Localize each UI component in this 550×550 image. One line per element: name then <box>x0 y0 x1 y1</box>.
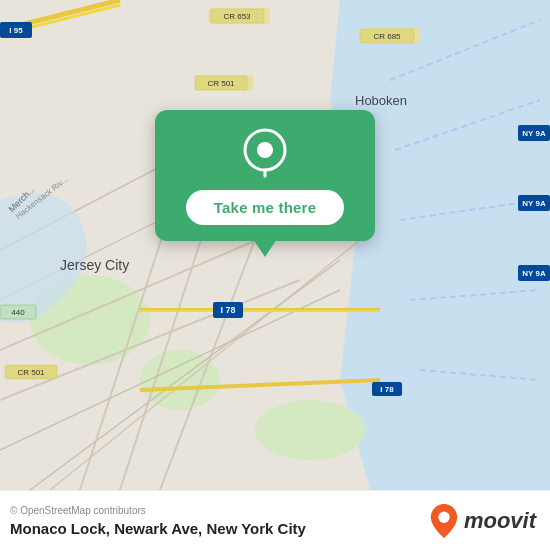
svg-text:I 78: I 78 <box>380 385 394 394</box>
take-me-there-button[interactable]: Take me there <box>186 190 344 225</box>
location-name: Monaco Lock, Newark Ave, New York City <box>10 520 306 537</box>
svg-point-10 <box>140 350 220 410</box>
svg-text:Hoboken: Hoboken <box>355 93 407 108</box>
svg-text:Jersey City: Jersey City <box>60 257 129 273</box>
svg-text:I 95: I 95 <box>9 26 23 35</box>
location-pin-icon <box>239 128 291 180</box>
svg-text:CR 653: CR 653 <box>223 12 251 21</box>
map-container: I 78 I 95 NY 9A NY 9A NY 9A CR 653 CR 68… <box>0 0 550 490</box>
svg-point-58 <box>257 142 273 158</box>
moovit-logo: moovit <box>430 504 536 538</box>
svg-point-11 <box>255 400 365 460</box>
location-popup: Take me there <box>155 110 375 241</box>
moovit-label: moovit <box>464 508 536 534</box>
svg-text:440: 440 <box>11 308 25 317</box>
svg-text:I 78: I 78 <box>220 305 235 315</box>
svg-text:NY 9A: NY 9A <box>522 199 546 208</box>
svg-text:NY 9A: NY 9A <box>522 129 546 138</box>
location-info: © OpenStreetMap contributors Monaco Lock… <box>10 505 306 537</box>
bottom-bar: © OpenStreetMap contributors Monaco Lock… <box>0 490 550 550</box>
osm-attribution: © OpenStreetMap contributors <box>10 505 306 516</box>
svg-point-60 <box>438 511 449 522</box>
svg-text:CR 685: CR 685 <box>373 32 401 41</box>
svg-text:CR 501: CR 501 <box>207 79 235 88</box>
moovit-pin-icon <box>430 504 458 538</box>
svg-text:NY 9A: NY 9A <box>522 269 546 278</box>
svg-point-12 <box>395 415 465 465</box>
svg-text:CR 501: CR 501 <box>17 368 45 377</box>
